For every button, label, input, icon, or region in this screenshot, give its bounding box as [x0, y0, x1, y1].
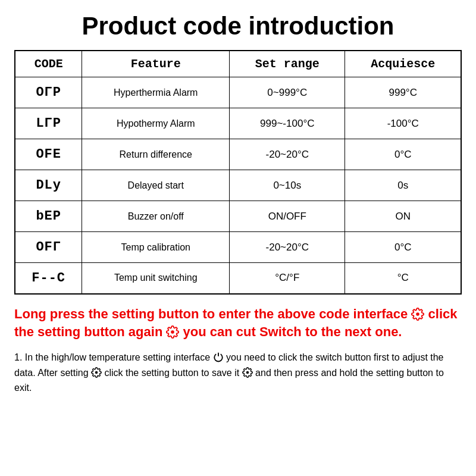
feature-cell: Buzzer on/off: [82, 201, 230, 232]
acquiesce-cell: 0°C: [345, 232, 461, 263]
table-row: DLy Delayed start 0~10s 0s: [15, 170, 461, 201]
acquiesce-cell: 0°C: [345, 139, 461, 170]
feature-cell: Hyperthermia Alarm: [82, 77, 230, 108]
code-cell: F--C: [15, 263, 82, 294]
feature-cell: Temp calibration: [82, 232, 230, 263]
code-cell: bEP: [15, 201, 82, 232]
power-icon: [213, 352, 224, 363]
gear-icon-3: [91, 367, 102, 378]
col-feature: Feature: [82, 51, 230, 77]
col-acquiesce: Acquiesce: [345, 51, 461, 77]
range-cell: 0~10s: [230, 170, 345, 201]
col-code: CODE: [15, 51, 82, 77]
code-cell: DLy: [15, 170, 82, 201]
note-black: 1. In the high/low temperature setting i…: [14, 350, 462, 396]
range-cell: -20~20°C: [230, 139, 345, 170]
note-red: Long press the setting button to enter t…: [14, 305, 462, 342]
page-title: Product code introduction: [14, 12, 462, 40]
range-cell: -20~20°C: [230, 232, 345, 263]
acquiesce-cell: 0s: [345, 170, 461, 201]
code-cell: OГР: [15, 77, 82, 108]
range-cell: °C/°F: [230, 263, 345, 294]
feature-cell: Temp unit switching: [82, 263, 230, 294]
code-cell: OFE: [15, 139, 82, 170]
gear-icon-1: [411, 308, 424, 321]
table-row: F--C Temp unit switching °C/°F °C: [15, 263, 461, 294]
gear-icon-4: [242, 367, 253, 378]
feature-cell: Delayed start: [82, 170, 230, 201]
code-cell: LГР: [15, 108, 82, 139]
product-code-table: CODE Feature Set range Acquiesce OГР Hyp…: [14, 50, 462, 295]
table-row: OГР Hyperthermia Alarm 0~999°C 999°C: [15, 77, 461, 108]
feature-cell: Return difference: [82, 139, 230, 170]
range-cell: 0~999°C: [230, 77, 345, 108]
acquiesce-cell: 999°C: [345, 77, 461, 108]
range-cell: 999~-100°C: [230, 108, 345, 139]
feature-cell: Hypothermy Alarm: [82, 108, 230, 139]
table-row: OFГ Temp calibration -20~20°C 0°C: [15, 232, 461, 263]
acquiesce-cell: °C: [345, 263, 461, 294]
gear-icon-2: [166, 325, 179, 339]
col-range: Set range: [230, 51, 345, 77]
acquiesce-cell: ON: [345, 201, 461, 232]
acquiesce-cell: -100°C: [345, 108, 461, 139]
code-cell: OFГ: [15, 232, 82, 263]
table-row: bEP Buzzer on/off ON/OFF ON: [15, 201, 461, 232]
table-row: OFE Return difference -20~20°C 0°C: [15, 139, 461, 170]
range-cell: ON/OFF: [230, 201, 345, 232]
table-row: LГР Hypothermy Alarm 999~-100°C -100°C: [15, 108, 461, 139]
